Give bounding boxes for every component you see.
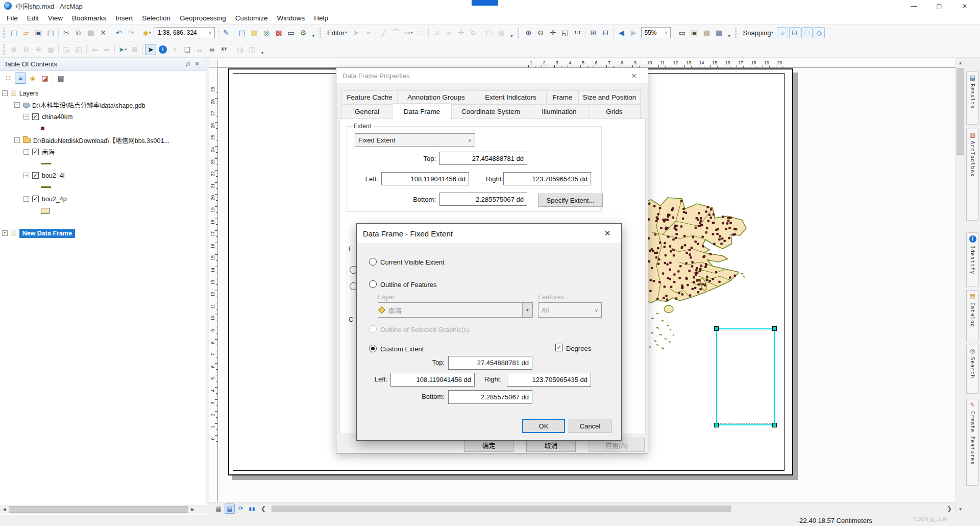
layer-symbol-row[interactable]: [0, 205, 206, 217]
paste-icon[interactable]: ▥: [85, 27, 96, 38]
scroll-left-icon[interactable]: ❮: [258, 504, 268, 514]
menu-file[interactable]: File: [2, 12, 22, 25]
specify-extent-button[interactable]: Specify Extent...: [538, 194, 603, 207]
current-visible-extent-radio[interactable]: [369, 258, 377, 266]
selection-handle[interactable]: [772, 423, 777, 427]
outline-of-features-radio[interactable]: [369, 280, 377, 288]
bottom-extent-input[interactable]: 2.285575067 dd: [439, 193, 527, 206]
layer-symbol-row[interactable]: [0, 158, 206, 170]
dock-tab-arctoolbox[interactable]: ▥ArcToolbox: [966, 129, 979, 221]
features-dropdown[interactable]: All ∨: [538, 302, 602, 318]
layer-visibility-checkbox[interactable]: ✓: [32, 196, 39, 202]
straight-segment-icon[interactable]: ╱: [378, 27, 389, 38]
find-icon[interactable]: ∞: [206, 44, 217, 55]
collapse-icon[interactable]: −: [14, 102, 20, 108]
menu-edit[interactable]: Edit: [22, 12, 43, 25]
forward-extent-icon[interactable]: ▶: [628, 27, 639, 38]
tab-size-and-position[interactable]: Size and Position: [578, 90, 641, 104]
toggle-draft-mode-icon[interactable]: ▭: [676, 27, 688, 38]
fixed-zoom-in-icon[interactable]: ◲: [61, 44, 72, 55]
list-by-selection-icon[interactable]: ◪: [39, 73, 51, 84]
select-elements-icon[interactable]: ➤: [145, 44, 156, 55]
collapse-icon[interactable]: −: [2, 90, 8, 96]
new-document-icon[interactable]: ▢: [8, 27, 19, 38]
dock-tab-search[interactable]: ◎Search: [966, 345, 979, 394]
tab-grids[interactable]: Grids: [588, 104, 641, 119]
toc-item[interactable]: −☰Layers: [0, 87, 206, 99]
toc-item[interactable]: −D:\BaiduNetdiskDownload\【地信网bbs.3s001..…: [0, 134, 206, 146]
maximize-button[interactable]: ▢: [926, 0, 952, 12]
delete-icon[interactable]: ✕: [97, 27, 109, 38]
tab-data-frame[interactable]: Data Frame: [392, 103, 452, 120]
tab-extent-indicators[interactable]: Extent Indicators: [475, 90, 547, 104]
menu-help[interactable]: Help: [309, 12, 333, 25]
list-by-visibility-icon[interactable]: ◈: [27, 73, 38, 84]
tab-annotation-groups[interactable]: Annotation Groups: [397, 90, 475, 104]
cancel-button[interactable]: Cancel: [569, 419, 611, 433]
full-extent-icon[interactable]: ◍: [45, 44, 56, 55]
html-popup-icon[interactable]: ❏: [182, 44, 193, 55]
close-icon[interactable]: ✕: [626, 72, 642, 80]
zoom-whole-page-icon[interactable]: ◱: [559, 27, 571, 38]
identify-icon[interactable]: i: [157, 44, 168, 55]
layer-symbol[interactable]: [41, 127, 44, 130]
sketch-properties-icon[interactable]: ▨: [496, 27, 507, 38]
change-layout-icon[interactable]: ▧: [701, 27, 712, 38]
toc-item[interactable]: −✓bou2_4l: [0, 170, 206, 181]
cut-icon[interactable]: ✂: [61, 27, 72, 38]
layer-visibility-checkbox[interactable]: ✓: [32, 113, 39, 120]
tab-coordinate-system[interactable]: Coordinate System: [451, 104, 530, 119]
menu-windows[interactable]: Windows: [273, 12, 310, 25]
time-slider-icon[interactable]: ◷: [234, 44, 246, 55]
undo-icon[interactable]: ↶: [113, 27, 125, 38]
dock-tab-create-features[interactable]: ✎Create Features: [966, 399, 979, 486]
vertex-snapping-icon[interactable]: □: [801, 27, 813, 38]
new-data-frame-selection[interactable]: [716, 328, 775, 425]
measure-icon[interactable]: ↔: [194, 44, 205, 55]
attributes-icon[interactable]: ▤: [483, 27, 495, 38]
minimize-button[interactable]: —: [901, 0, 926, 12]
outline-of-graphics-radio[interactable]: [369, 325, 377, 333]
selection-handle[interactable]: [714, 423, 719, 427]
tab-feature-cache[interactable]: Feature Cache: [341, 90, 398, 104]
layout-zoom-combo[interactable]: 55%∨: [641, 27, 671, 38]
catalog-window-icon[interactable]: ▦: [249, 27, 260, 38]
back-extent-icon[interactable]: ◀: [616, 27, 627, 38]
clear-selection-icon[interactable]: ⊠: [129, 44, 140, 55]
scroll-down-icon[interactable]: ▼: [956, 505, 965, 514]
dialog-title-bar[interactable]: Data Frame Properties ✕: [336, 68, 648, 83]
ok-button[interactable]: OK: [522, 419, 565, 433]
chevron-down-icon[interactable]: ∨: [665, 30, 668, 35]
bottom-extent-input[interactable]: 2.285575067 dd: [448, 390, 532, 404]
scroll-left-icon[interactable]: ◀: [0, 505, 9, 514]
toolbar-overflow-button[interactable]: ▾: [310, 27, 316, 38]
layer-symbol[interactable]: [41, 208, 50, 214]
toc-item[interactable]: +☰New Data Frame: [0, 227, 206, 239]
pause-drawing-icon[interactable]: ▮▮: [247, 504, 257, 514]
python-window-icon[interactable]: ▭: [285, 27, 297, 38]
left-extent-input[interactable]: 108.119041456 dd: [390, 373, 475, 387]
edit-tool-icon[interactable]: ➤: [350, 27, 361, 38]
tab-illumination[interactable]: Illumination: [530, 104, 589, 119]
data-driven-pages-icon[interactable]: ▥: [713, 27, 724, 38]
zoom-in-icon[interactable]: ⊕: [8, 44, 19, 55]
forward-extent-icon[interactable]: ⇨: [101, 44, 112, 55]
reshape-feature-icon[interactable]: ≈: [443, 27, 454, 38]
menu-insert[interactable]: Insert: [111, 12, 138, 25]
print-icon[interactable]: ▤: [45, 27, 56, 38]
fixed-zoom-in-icon[interactable]: ⊞: [587, 27, 599, 38]
open-folder-icon[interactable]: ▱: [20, 27, 32, 38]
refresh-icon[interactable]: ⟳: [236, 504, 246, 514]
selection-handle[interactable]: [772, 326, 777, 331]
tab-general[interactable]: General: [341, 104, 393, 119]
edit-toggle-icon[interactable]: ✎: [220, 27, 232, 38]
dock-tab-identify[interactable]: iIdentify: [966, 232, 979, 287]
scroll-right-icon[interactable]: ▶: [188, 505, 197, 514]
scrollbar-thumb[interactable]: [9, 506, 188, 513]
point-snapping-icon[interactable]: ○: [777, 27, 788, 38]
edge-snapping-icon[interactable]: ◇: [814, 27, 825, 38]
layer-symbol-row[interactable]: [0, 123, 206, 134]
scroll-up-icon[interactable]: ▲: [956, 59, 965, 67]
zoom-in-layout-icon[interactable]: ⊕: [523, 27, 534, 38]
save-icon[interactable]: ▣: [33, 27, 44, 38]
